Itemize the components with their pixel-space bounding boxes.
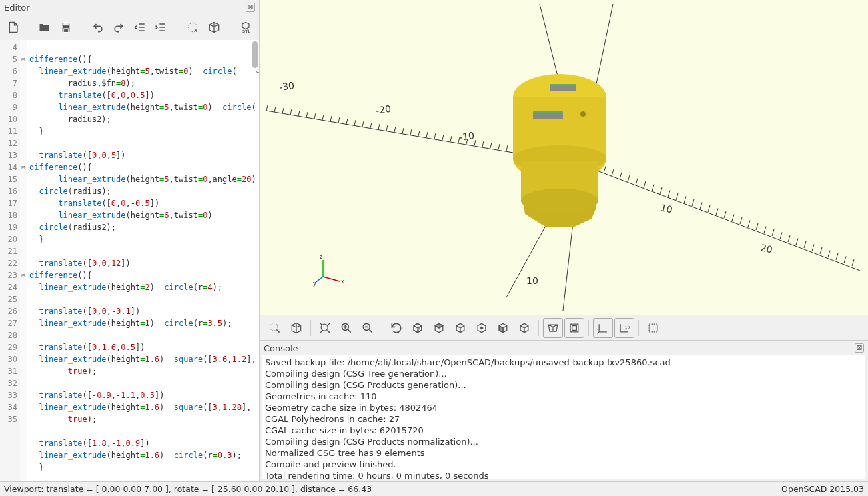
svg-line-53 bbox=[620, 173, 622, 179]
svg-line-64 bbox=[708, 205, 710, 212]
view-center-button[interactable] bbox=[472, 318, 492, 338]
scrollbar-thumb[interactable] bbox=[252, 41, 258, 68]
view-diagonal-button[interactable] bbox=[450, 318, 470, 338]
svg-line-23 bbox=[386, 125, 388, 131]
svg-line-78 bbox=[820, 247, 822, 254]
svg-line-58 bbox=[660, 187, 662, 194]
indent-button[interactable] bbox=[152, 18, 171, 37]
svg-rect-111 bbox=[572, 325, 577, 330]
svg-line-20 bbox=[362, 121, 364, 127]
reset-view-button[interactable] bbox=[386, 318, 406, 338]
console-close-icon[interactable]: ⊠ bbox=[855, 343, 864, 353]
view-top-button[interactable] bbox=[429, 318, 449, 338]
svg-line-13 bbox=[306, 112, 308, 117]
svg-text:-20: -20 bbox=[375, 103, 392, 116]
save-file-button[interactable] bbox=[57, 18, 75, 37]
svg-line-59 bbox=[668, 191, 670, 197]
status-bar: Viewport: translate = [ 0.00 0.00 7.00 ]… bbox=[0, 481, 868, 496]
svg-line-69 bbox=[748, 221, 750, 227]
svg-text:10: 10 bbox=[526, 275, 538, 286]
svg-rect-110 bbox=[570, 324, 578, 332]
axes-indicator: z y x bbox=[313, 253, 346, 287]
svg-line-51 bbox=[604, 167, 606, 173]
svg-line-16 bbox=[330, 116, 332, 121]
svg-line-66 bbox=[724, 211, 726, 218]
svg-line-60 bbox=[676, 193, 678, 200]
svg-line-3 bbox=[580, 164, 860, 271]
right-panel: -30 -20 -10 10 20 10 bbox=[260, 0, 868, 481]
svg-line-67 bbox=[732, 215, 734, 221]
svg-line-22 bbox=[378, 124, 380, 129]
show-axes-button[interactable] bbox=[593, 318, 613, 338]
svg-line-9 bbox=[274, 107, 276, 112]
svg-line-65 bbox=[716, 209, 718, 215]
unindent-button[interactable] bbox=[131, 18, 149, 37]
wireframe-button[interactable] bbox=[643, 318, 663, 338]
svg-line-8 bbox=[266, 105, 268, 111]
code-content[interactable]: difference(){ linear_extrude(height=5,tw… bbox=[27, 40, 259, 481]
export-stl-button[interactable]: STL bbox=[236, 18, 255, 37]
view-all-button[interactable] bbox=[315, 318, 335, 338]
svg-text:y: y bbox=[313, 281, 316, 287]
render-button[interactable] bbox=[205, 18, 224, 37]
svg-text:10: 10 bbox=[625, 325, 630, 329]
view-left-button[interactable] bbox=[493, 318, 513, 338]
svg-line-12 bbox=[298, 111, 300, 116]
orthogonal-button[interactable] bbox=[564, 318, 584, 338]
view-right-button[interactable] bbox=[408, 318, 428, 338]
fold-gutter[interactable]: ⊟⊟⊟ bbox=[20, 40, 27, 481]
svg-text:z: z bbox=[320, 254, 322, 260]
svg-line-76 bbox=[804, 241, 806, 248]
svg-point-106 bbox=[321, 324, 328, 331]
editor-toolbar: STL bbox=[0, 15, 259, 40]
line-number-gutter: 4567891011121314151617181920212223242526… bbox=[0, 40, 20, 481]
svg-text:x: x bbox=[341, 279, 344, 285]
zoom-out-button[interactable] bbox=[358, 318, 378, 338]
preview-button[interactable] bbox=[183, 18, 202, 37]
perspective-button[interactable] bbox=[543, 318, 563, 338]
svg-line-37 bbox=[498, 144, 500, 149]
svg-line-36 bbox=[490, 143, 492, 148]
editor-close-icon[interactable]: ⊠ bbox=[246, 3, 255, 12]
svg-line-77 bbox=[812, 245, 814, 251]
svg-line-17 bbox=[338, 117, 340, 123]
svg-line-82 bbox=[852, 259, 854, 266]
svg-line-28 bbox=[426, 132, 428, 137]
preview-view-button[interactable] bbox=[265, 318, 285, 338]
show-scale-button[interactable]: 10 bbox=[614, 318, 634, 338]
console-panel: Console ⊠ Saved backup file: /home/ali/.… bbox=[260, 340, 868, 481]
editor-header: Editor ⊠ bbox=[0, 0, 259, 15]
svg-line-68 bbox=[740, 217, 742, 224]
svg-line-56 bbox=[644, 181, 646, 188]
console-output[interactable]: Saved backup file: /home/ali/.local/shar… bbox=[262, 355, 865, 479]
console-title: Console bbox=[264, 343, 298, 353]
svg-text:STL: STL bbox=[242, 29, 250, 33]
redo-button[interactable] bbox=[109, 18, 128, 37]
svg-line-55 bbox=[636, 179, 638, 185]
svg-line-31 bbox=[450, 136, 452, 141]
svg-rect-95 bbox=[533, 111, 563, 113]
svg-line-18 bbox=[346, 119, 348, 124]
svg-text:20: 20 bbox=[759, 242, 773, 255]
svg-line-74 bbox=[788, 235, 790, 242]
svg-line-24 bbox=[394, 127, 396, 132]
svg-text:-30: -30 bbox=[278, 80, 295, 93]
svg-line-26 bbox=[410, 129, 412, 135]
3d-viewport[interactable]: -30 -20 -10 10 20 10 bbox=[260, 0, 868, 315]
undo-button[interactable] bbox=[89, 18, 107, 37]
svg-line-73 bbox=[780, 233, 782, 239]
svg-rect-113 bbox=[649, 324, 657, 332]
zoom-in-button[interactable] bbox=[336, 318, 356, 338]
svg-line-35 bbox=[482, 141, 484, 147]
open-file-button[interactable] bbox=[36, 18, 55, 37]
render-view-button[interactable] bbox=[286, 318, 306, 338]
code-editor[interactable]: 4567891011121314151617181920212223242526… bbox=[0, 40, 259, 481]
svg-line-63 bbox=[700, 203, 702, 209]
svg-line-14 bbox=[314, 113, 316, 119]
svg-rect-97 bbox=[550, 84, 576, 86]
svg-line-80 bbox=[836, 253, 838, 260]
view-back-button[interactable] bbox=[514, 318, 534, 338]
console-header: Console ⊠ bbox=[260, 341, 868, 355]
new-file-button[interactable] bbox=[4, 18, 23, 37]
editor-title: Editor bbox=[4, 3, 29, 13]
